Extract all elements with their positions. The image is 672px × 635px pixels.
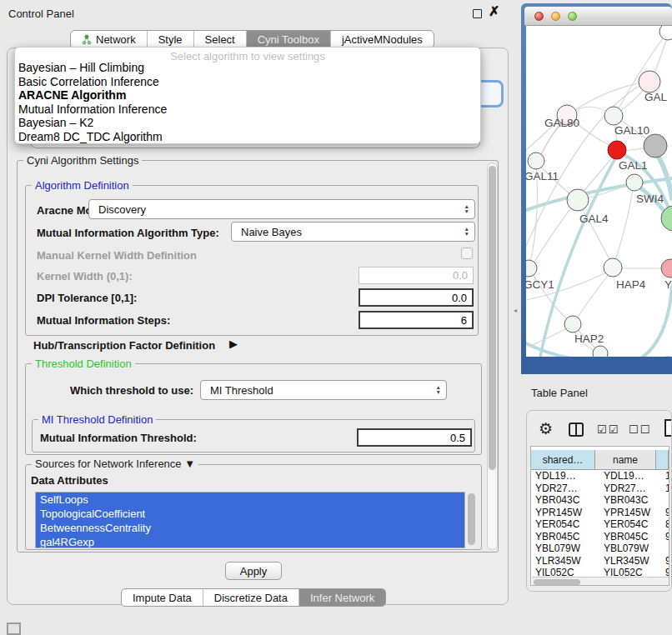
- table-cell: 12: [665, 482, 669, 495]
- tab-label: Network: [96, 33, 136, 46]
- algorithm-popup: Select algorithm to view settings Bayesi…: [14, 47, 481, 144]
- table-cell: YER054C: [604, 518, 664, 531]
- float-panel-icon[interactable]: [473, 9, 482, 18]
- attributes-scrollbar-thumb[interactable]: [468, 493, 475, 545]
- manual-kernel-checkbox[interactable]: [461, 248, 473, 259]
- column-header-shared[interactable]: shared…: [531, 450, 595, 470]
- network-node-y[interactable]: [661, 259, 672, 278]
- attribute-item-gal4rgexp[interactable]: gal4RGexp: [36, 535, 464, 548]
- network-node[interactable]: [593, 346, 608, 357]
- mi-threshold-group-title: MI Threshold Definition: [38, 413, 156, 426]
- table-panel: ⚙ ☑☑ ☐☐ shared…name YDL19…YDL19…13YDR27……: [526, 410, 672, 592]
- algorithm-option-bayesian-k2[interactable]: Bayesian – K2: [15, 116, 480, 130]
- divider-handle-icon[interactable]: ◂: [514, 307, 517, 314]
- tab-network[interactable]: Network: [71, 31, 147, 48]
- mi-threshold-field[interactable]: 0.5: [357, 428, 472, 447]
- attribute-item-betweennesscentrality[interactable]: BetweennessCentrality: [36, 521, 464, 535]
- network-node-gal10[interactable]: [604, 107, 623, 125]
- combo-stepper-icon: ▲▼: [459, 227, 474, 237]
- table-cell: YDR27…: [535, 482, 600, 495]
- attribute-item-selfloops[interactable]: SelfLoops: [36, 492, 464, 507]
- network-node-hap4[interactable]: [604, 258, 622, 277]
- collapsed-panel-icon[interactable]: [7, 622, 21, 635]
- network-node-gal11[interactable]: [528, 152, 544, 169]
- table-row[interactable]: YER054CYER054C8.: [532, 518, 669, 531]
- mi-steps-field[interactable]: 6: [359, 311, 474, 329]
- node-label-gal: GAL: [644, 91, 668, 103]
- aracne-mode-combo[interactable]: Discovery ▲▼: [88, 199, 475, 219]
- table-row[interactable]: YIL052CYIL052C9.: [532, 567, 669, 577]
- network-canvas[interactable]: GALGAL80GAL10GAL1GAL11SWI4GAL4GCY1HAP4YH…: [526, 26, 672, 357]
- zoom-window-icon[interactable]: [568, 12, 577, 21]
- network-window-titlebar[interactable]: [524, 7, 672, 26]
- network-node-gal4[interactable]: [567, 189, 589, 211]
- mi-threshold-label: Mutual Information Threshold:: [40, 432, 197, 444]
- table-row[interactable]: YBR045CYBR045C9.: [532, 531, 669, 543]
- table-panel-title: Table Panel: [531, 387, 588, 399]
- network-node[interactable]: [659, 26, 672, 40]
- network-node-swi4[interactable]: [626, 174, 643, 191]
- table-row[interactable]: YLR345WYLR345W9.: [532, 555, 669, 568]
- table-row[interactable]: YBR043CYBR043C: [532, 494, 669, 507]
- column-header-3[interactable]: [656, 450, 669, 470]
- tab-label: Style: [158, 33, 183, 46]
- tab-label: jActiveMNodules: [342, 33, 423, 46]
- table-cell: YPR145W: [604, 507, 664, 519]
- network-node-gcy1[interactable]: [526, 260, 537, 277]
- tab-cyni-toolbox[interactable]: Cyni Toolbox: [246, 31, 330, 48]
- sources-collapse-arrow-icon[interactable]: ▼: [184, 458, 195, 470]
- network-tab-icon: [82, 34, 92, 45]
- dpi-tolerance-field[interactable]: 0.0: [359, 288, 474, 307]
- table-area: shared…name YDL19…YDL19…13YDR27…YDR27…12…: [530, 446, 669, 586]
- table-cell: YBR043C: [604, 494, 664, 507]
- combo-stepper-icon: ▲▼: [459, 204, 474, 214]
- tab-style[interactable]: Style: [147, 31, 193, 48]
- mi-type-combo[interactable]: Naive Bayes ▲▼: [231, 222, 475, 242]
- deselect-all-checks-icon[interactable]: ☐☐: [629, 424, 651, 435]
- gear-icon[interactable]: ⚙: [539, 421, 553, 437]
- network-node-gal1[interactable]: [608, 141, 626, 159]
- minimize-window-icon[interactable]: [551, 12, 560, 21]
- attribute-item-topologicalcoefficient[interactable]: TopologicalCoefficient: [36, 507, 464, 521]
- table-cell: 9.: [665, 567, 669, 577]
- algorithm-option-mutual-information-inference[interactable]: Mutual Information Inference: [15, 102, 480, 117]
- export-table-icon[interactable]: [664, 419, 672, 437]
- apply-button[interactable]: Apply: [225, 562, 282, 580]
- algorithm-option-bayesian-hill-climbing[interactable]: Bayesian – Hill Climbing: [15, 61, 480, 75]
- close-panel-icon[interactable]: ✗: [489, 3, 499, 19]
- network-edge: [529, 326, 572, 347]
- table-hscrollbar[interactable]: [532, 577, 669, 585]
- table-header: shared…name: [531, 450, 669, 470]
- table-row[interactable]: YPR145WYPR145W9.: [532, 507, 669, 519]
- table-cell: YER054C: [535, 518, 600, 531]
- settings-scrollbar-thumb[interactable]: [489, 166, 496, 470]
- columns-icon[interactable]: [569, 422, 584, 437]
- which-threshold-combo[interactable]: MI Threshold ▲▼: [200, 380, 447, 400]
- tab-select[interactable]: Select: [193, 31, 246, 48]
- select-all-checks-icon[interactable]: ☑☑: [597, 424, 619, 435]
- settings-scrollbar[interactable]: [487, 162, 498, 550]
- tab-label: Impute Data: [133, 592, 192, 604]
- tab-jactivemnodules[interactable]: jActiveMNodules: [330, 31, 434, 48]
- network-node-gal[interactable]: [639, 71, 660, 92]
- table-row[interactable]: YDL19…YDL19…13: [532, 470, 669, 482]
- table-row[interactable]: YBL079WYBL079W: [532, 542, 669, 555]
- tab-label: Select: [205, 33, 235, 46]
- tab-impute-data[interactable]: Impute Data: [122, 589, 203, 606]
- table-row[interactable]: YDR27…YDR27…12: [532, 482, 669, 495]
- close-window-icon[interactable]: [534, 12, 544, 21]
- algorithm-option-basic-correlation-inference[interactable]: Basic Correlation Inference: [15, 75, 480, 89]
- algorithm-option-dream8-dc-tdc-algorithm[interactable]: Dream8 DC_TDC Algorithm: [15, 130, 480, 144]
- mi-steps-label: Mutual Information Steps:: [37, 314, 170, 327]
- network-edge: [642, 287, 672, 357]
- tab-discretize-data[interactable]: Discretize Data: [203, 589, 298, 606]
- column-header-name[interactable]: name: [595, 450, 656, 470]
- network-node[interactable]: [644, 134, 667, 158]
- kernel-width-field[interactable]: 0.0: [359, 267, 474, 284]
- table-hscrollbar-thumb[interactable]: [534, 579, 580, 585]
- algorithm-definition-title: Algorithm Definition: [32, 179, 133, 192]
- algorithm-option-aracne-algorithm[interactable]: ARACNE Algorithm: [15, 88, 480, 102]
- network-node-hap2[interactable]: [564, 316, 581, 332]
- hub-expand-arrow-icon[interactable]: ▶: [229, 338, 238, 350]
- tab-infer-network[interactable]: Infer Network: [298, 589, 385, 606]
